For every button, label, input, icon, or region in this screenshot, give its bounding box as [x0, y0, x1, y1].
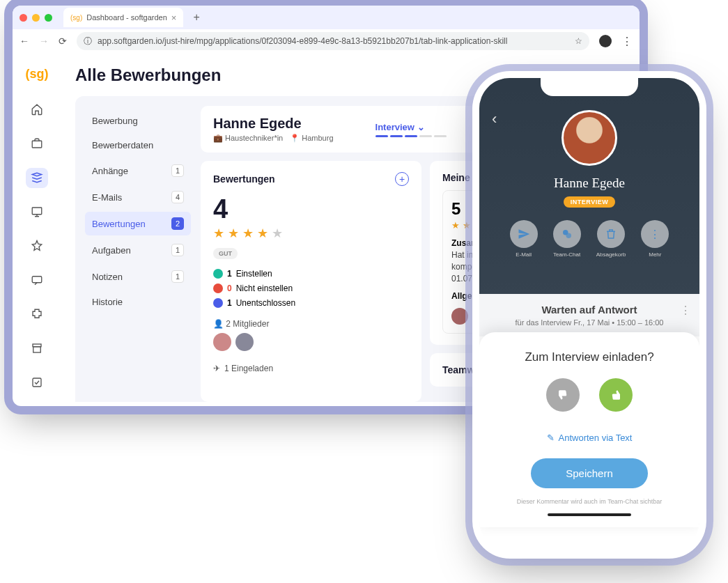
add-rating-button[interactable]: + [395, 172, 409, 186]
nav-back-icon[interactable]: ← [20, 36, 29, 47]
author-avatar[interactable] [451, 308, 468, 325]
sidebar-item-label: Bewertungen [92, 219, 146, 229]
rail-chat-icon[interactable] [26, 270, 48, 290]
rail-home-icon[interactable] [26, 100, 48, 120]
action-more[interactable]: ⋮Mehr [641, 220, 669, 258]
rail-check-icon[interactable] [26, 372, 48, 392]
phone-stage-badge: INTERVIEW [564, 196, 615, 208]
rail-applications-icon[interactable] [26, 168, 48, 188]
sidebar-badge: 1 [171, 270, 184, 283]
briefcase-icon: 💼 [213, 134, 223, 142]
nav-reload-icon[interactable]: ⟳ [59, 36, 67, 47]
sidebar-item-aufgaben[interactable]: Aufgaben1 [85, 238, 191, 262]
action-reject[interactable]: Absagekorb [596, 220, 626, 258]
address-bar: ← → ⟳ ⓘ app.softgarden.io/just-hire/mpg/… [13, 29, 640, 53]
members-label: 2 Mitglieder [226, 319, 269, 329]
phone-header: ‹ Hanne Egede INTERVIEW E-Mail Team-Chat… [479, 78, 699, 294]
candidate-avatar[interactable] [562, 110, 617, 166]
phone-actions: E-Mail Team-Chat Absagekorb ⋮Mehr [479, 220, 699, 258]
sidebar-item-bewertungen[interactable]: Bewertungen2 [85, 212, 191, 235]
svg-rect-0 [32, 141, 42, 148]
sidebar-item-emails[interactable]: E-Mails4 [85, 185, 191, 209]
sidebar-item-bewerbung[interactable]: Bewerbung [85, 110, 191, 132]
sidebar-badge: 1 [171, 164, 184, 177]
pencil-icon: ✎ [547, 433, 555, 443]
thumbs-down-button[interactable] [546, 378, 580, 412]
home-indicator[interactable] [548, 513, 631, 516]
bookmark-star-icon[interactable]: ☆ [575, 36, 582, 46]
sidebar-badge: 2 [171, 217, 184, 230]
trash-icon [597, 220, 625, 248]
waiting-menu-icon[interactable]: ⋮ [680, 304, 691, 317]
sidebar-item-anhaenge[interactable]: Anhänge1 [85, 159, 191, 182]
waiting-panel: Warten auf Antwort für das Interview Fr.… [479, 294, 699, 336]
action-teamchat[interactable]: Team-Chat [553, 220, 581, 258]
text-response-link[interactable]: ✎Antworten via Text [493, 433, 686, 443]
tab-close-icon[interactable]: × [171, 13, 177, 23]
phone-candidate-name: Hanne Egede [479, 176, 699, 191]
x-circle-icon [213, 283, 223, 293]
rail-star-icon[interactable] [26, 236, 48, 256]
url-input[interactable]: ⓘ app.softgarden.io/just-hire/mpg/applic… [77, 32, 589, 50]
rail-puzzle-icon[interactable] [26, 304, 48, 324]
question-circle-icon [213, 298, 223, 308]
rail-briefcase-icon[interactable] [26, 134, 48, 154]
sidebar-item-label: E-Mails [92, 192, 122, 203]
stage-selector[interactable]: Interview ⌄ [375, 122, 447, 137]
url-text: app.softgarden.io/just-hire/mpg/applicat… [98, 36, 507, 46]
maximize-window-icon[interactable] [45, 14, 52, 22]
sidebar-item-label: Bewerbung [92, 116, 138, 126]
tab-title: Dashboard - softgarden [86, 13, 167, 22]
vote-undecided: 1Unentschlossen [213, 298, 409, 308]
save-button[interactable]: Speichern [531, 458, 648, 488]
lock-icon: ⓘ [84, 36, 92, 47]
avatar[interactable] [235, 333, 254, 351]
more-icon: ⋮ [641, 220, 669, 248]
sidebar-item-label: Notizen [92, 272, 123, 282]
overall-ratings-card: Bewertungen + 4 ★ ★ ★ ★ ★ GUT 1Einstelle… [201, 161, 421, 402]
stage-progress [375, 135, 447, 137]
phone-notch [541, 78, 638, 96]
invite-sheet: Zum Interview einladen? ✎Antworten via T… [479, 332, 699, 527]
new-tab-button[interactable]: + [189, 11, 203, 24]
sidebar-item-label: Aufgaben [92, 245, 131, 256]
close-window-icon[interactable] [20, 14, 27, 22]
invited-block: ✈1 Eingeladen [213, 364, 409, 373]
svg-point-7 [566, 233, 571, 239]
members-block: 👤 2 Mitglieder [213, 319, 409, 351]
profile-avatar[interactable] [599, 35, 612, 47]
sidebar-item-notizen[interactable]: Notizen1 [85, 265, 191, 288]
ratings-title: Bewertungen [213, 173, 275, 185]
browser-menu-icon[interactable]: ⋮ [621, 35, 633, 48]
stage-label: Interview [375, 122, 415, 132]
thumbs-up-button[interactable] [599, 378, 633, 412]
sheet-title: Zum Interview einladen? [493, 350, 686, 364]
chat-icon [553, 220, 581, 248]
pin-icon: 📍 [290, 134, 300, 142]
tab-favicon: (sg) [70, 14, 82, 22]
sidebar: Bewerbung Bewerberdaten Anhänge1 E-Mails… [85, 106, 191, 402]
waiting-subtitle: für das Interview Fr., 17 Mai • 15:00 – … [490, 318, 688, 327]
brand-logo[interactable]: (sg) [26, 67, 49, 81]
disclaimer-text: Dieser Kommentar wird auch im Team-Chat … [493, 498, 686, 505]
rail-archive-icon[interactable] [26, 338, 48, 358]
svg-rect-5 [33, 378, 41, 387]
browser-tab[interactable]: (sg) Dashboard - softgarden × [63, 8, 183, 27]
back-button[interactable]: ‹ [492, 110, 497, 128]
sidebar-item-bewerberdaten[interactable]: Bewerberdaten [85, 134, 191, 156]
waiting-title: Warten auf Antwort [490, 304, 688, 316]
send-icon: ✈ [213, 364, 220, 373]
action-email[interactable]: E-Mail [510, 220, 538, 258]
minimize-window-icon[interactable] [32, 14, 40, 22]
tab-strip: (sg) Dashboard - softgarden × + [13, 6, 640, 29]
rating-tag: GUT [213, 248, 238, 259]
traffic-lights[interactable] [20, 14, 52, 22]
invited-label: 1 Eingeladen [224, 364, 273, 373]
nav-forward-icon[interactable]: → [39, 36, 49, 47]
rail-monitor-icon[interactable] [26, 202, 48, 222]
sidebar-item-historie[interactable]: Historie [85, 291, 191, 313]
svg-rect-4 [33, 346, 41, 352]
avatar[interactable] [213, 333, 231, 351]
candidate-meta: 💼 Haustechniker*in 📍 Hamburg [213, 134, 334, 143]
person-icon: 👤 [213, 319, 224, 329]
